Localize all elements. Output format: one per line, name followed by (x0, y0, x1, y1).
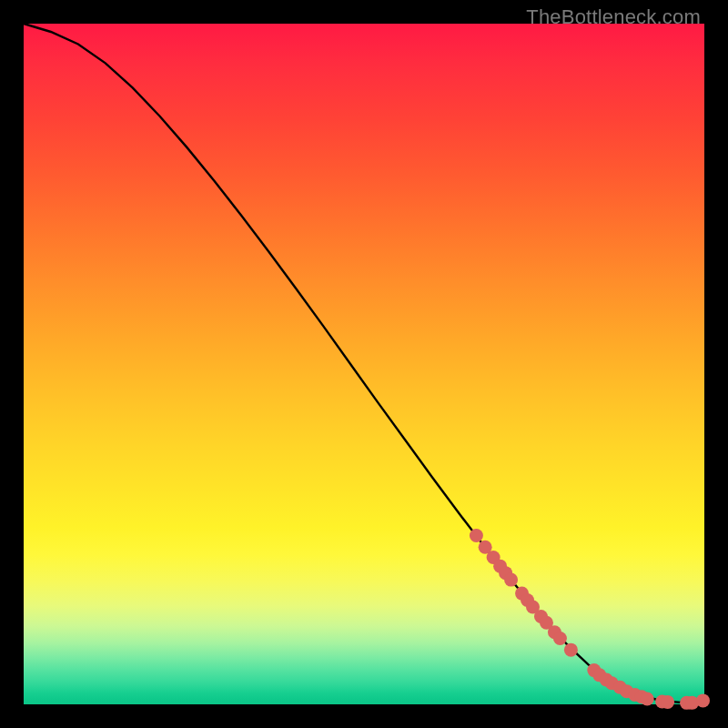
marker-group (470, 529, 710, 710)
chart-svg (24, 24, 704, 704)
data-marker (564, 643, 578, 657)
data-marker (696, 693, 710, 707)
plot-area (24, 24, 704, 704)
data-marker (504, 573, 518, 587)
chart-stage: TheBottleneck.com (0, 0, 728, 728)
curve-line (24, 24, 704, 703)
data-marker (641, 693, 654, 706)
data-marker (470, 529, 483, 542)
data-marker (661, 695, 674, 709)
data-marker (553, 632, 567, 645)
